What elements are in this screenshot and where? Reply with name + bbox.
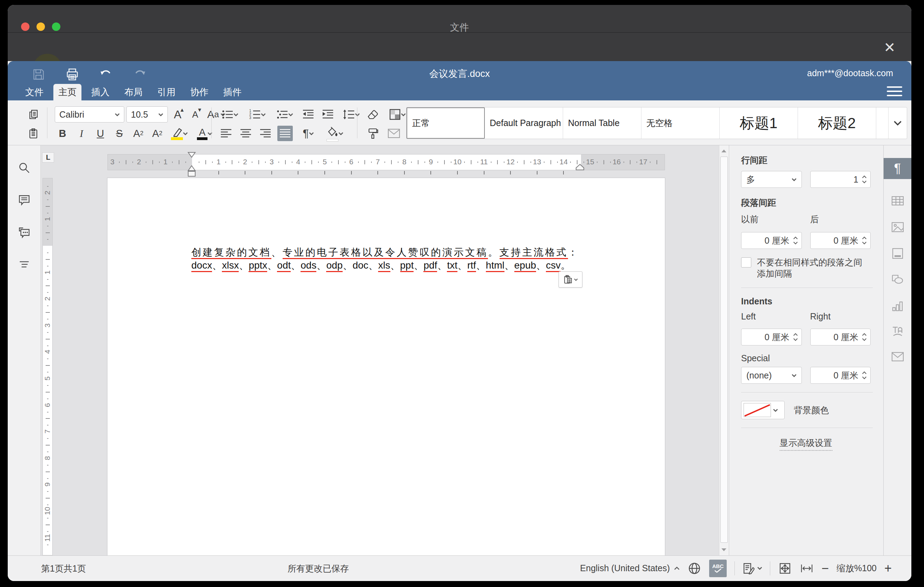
set-language-globe-icon[interactable] [687, 561, 701, 576]
image-settings-icon[interactable] [884, 217, 911, 238]
font-size-select[interactable]: 10.5 [126, 106, 168, 122]
shading-bucket-icon[interactable] [324, 126, 346, 141]
text-run: 、 [505, 260, 514, 271]
decrease-font-icon[interactable]: A ▼ [188, 107, 203, 122]
page-count-status[interactable]: 第1页共1页 [41, 563, 86, 574]
spacing-after-spinner[interactable]: 0 厘米 [810, 232, 871, 249]
navigation-icon[interactable] [16, 256, 33, 273]
search-icon[interactable] [16, 159, 33, 176]
font-color-icon[interactable]: A [194, 126, 216, 141]
headerfooter-settings-icon[interactable] [884, 243, 911, 264]
italic-icon[interactable]: I [74, 126, 89, 141]
scrollbar-thumb[interactable] [720, 157, 728, 543]
background-color-swatch[interactable] [741, 401, 785, 419]
underline-icon[interactable]: U [93, 126, 108, 141]
increase-indent-icon[interactable] [320, 107, 336, 122]
textart-settings-icon[interactable] [884, 321, 911, 342]
misspelled-run: html [486, 260, 505, 272]
line-spacing-value-spinner[interactable]: 1 [810, 171, 871, 188]
superscript-icon[interactable]: A2 [130, 126, 146, 141]
mail-merge-icon[interactable] [386, 126, 402, 141]
indent-marker[interactable] [186, 152, 197, 182]
vertical-scrollbar[interactable] [719, 145, 729, 556]
scroll-down-icon[interactable] [720, 546, 728, 554]
right-indent-marker[interactable] [576, 163, 584, 171]
paste-options-button[interactable] [559, 271, 582, 287]
ruler-number: 11 [480, 158, 488, 166]
paragraph-settings-icon[interactable]: ¶ [884, 158, 911, 179]
style-heading2[interactable]: 标题2 [798, 107, 876, 139]
multilevel-list-icon[interactable] [273, 107, 296, 122]
increase-font-icon[interactable]: A ▲ [170, 107, 185, 122]
indent-right-spinner[interactable]: 0 厘米 [810, 329, 871, 345]
font-name-value: Calibri [59, 110, 111, 120]
font-name-select[interactable]: Calibri [55, 106, 124, 122]
gallery-expand-icon[interactable] [889, 107, 907, 139]
close-icon[interactable]: ✕ [883, 40, 897, 54]
special-by-spinner[interactable]: 0 厘米 [810, 367, 871, 384]
scroll-up-icon[interactable] [720, 147, 728, 155]
highlight-color-icon[interactable] [168, 126, 190, 141]
table-settings-icon[interactable] [884, 190, 911, 211]
line-spacing-icon[interactable] [340, 107, 363, 122]
language-select[interactable]: English (United States) [580, 561, 680, 576]
align-center-icon[interactable] [238, 126, 254, 141]
line-spacing-type-select[interactable]: 多 [741, 171, 802, 188]
subscript-icon[interactable]: A2 [150, 126, 165, 141]
decrease-indent-icon[interactable] [300, 107, 316, 122]
no-space-between-checkbox[interactable] [741, 257, 751, 267]
tab-home[interactable]: 主页 [53, 84, 81, 101]
align-justify-icon[interactable] [277, 126, 293, 141]
fit-width-icon[interactable] [800, 561, 814, 576]
shape-settings-icon[interactable] [884, 269, 911, 290]
zoom-level[interactable]: 缩放%100 [837, 562, 876, 574]
zoom-out-icon[interactable]: − [822, 562, 829, 575]
comment-icon[interactable] [16, 192, 33, 209]
account-email[interactable]: adm***@dootask.com [807, 68, 893, 78]
copy-style-roller-icon[interactable] [365, 126, 381, 141]
ruler-tick [152, 160, 153, 164]
hamburger-menu-icon[interactable] [887, 84, 902, 98]
track-changes-icon[interactable] [742, 561, 762, 576]
tab-references[interactable]: 引用 [152, 84, 180, 101]
spacing-before-spinner[interactable]: 0 厘米 [741, 232, 802, 249]
strikethrough-icon[interactable]: S [112, 126, 127, 141]
copy-icon[interactable] [26, 107, 41, 122]
numbered-list-icon[interactable]: 123 [246, 107, 269, 122]
tab-insert[interactable]: 插入 [86, 84, 114, 101]
vertical-ruler[interactable]: 211234567891011 [43, 178, 53, 556]
mailmerge-settings-icon[interactable] [884, 346, 911, 367]
ruler-tick [132, 162, 133, 163]
chart-settings-icon[interactable] [884, 295, 911, 317]
tab-stop-selector[interactable]: L [42, 152, 54, 163]
paste-icon[interactable] [26, 126, 41, 141]
special-select[interactable]: (none) [741, 367, 802, 384]
bold-icon[interactable]: B [55, 126, 70, 141]
zoom-in-icon[interactable]: + [884, 562, 892, 575]
align-left-icon[interactable] [218, 126, 234, 141]
tab-collaboration[interactable]: 协作 [185, 84, 213, 101]
style-heading1[interactable]: 标题1 [720, 107, 798, 139]
bullet-list-icon[interactable] [218, 107, 241, 122]
spellcheck-icon[interactable]: ABC [709, 560, 727, 577]
tab-layout[interactable]: 布局 [119, 84, 147, 101]
indent-left-spinner[interactable]: 0 厘米 [741, 329, 802, 345]
ruler-number: 14 [559, 158, 568, 166]
tab-file[interactable]: 文件 [20, 84, 48, 101]
style-normal-table[interactable]: Normal Table [563, 107, 642, 139]
ruler-tick [47, 478, 48, 479]
tab-plugins[interactable]: 插件 [218, 84, 246, 101]
advanced-settings-link[interactable]: 显示高级设置 [780, 437, 832, 451]
style-default-paragraph[interactable]: Default Paragraph [485, 107, 563, 139]
style-no-spacing[interactable]: 无空格 [642, 107, 720, 139]
clear-style-icon[interactable] [365, 107, 381, 122]
align-right-icon[interactable] [258, 126, 273, 141]
chat-icon[interactable] [16, 224, 33, 241]
fit-page-icon[interactable] [778, 561, 792, 576]
ruler-tick [265, 162, 266, 163]
nonprinting-chars-icon[interactable]: ¶ [297, 126, 320, 141]
style-normal[interactable]: 正常 [406, 107, 485, 139]
table-shading-icon[interactable] [386, 107, 409, 122]
document-page[interactable]: 创建复杂的文档、专业的电子表格以及令人赞叹的演示文稿。支持主流格式： docx、… [107, 178, 665, 556]
ruler-tick [47, 544, 48, 545]
